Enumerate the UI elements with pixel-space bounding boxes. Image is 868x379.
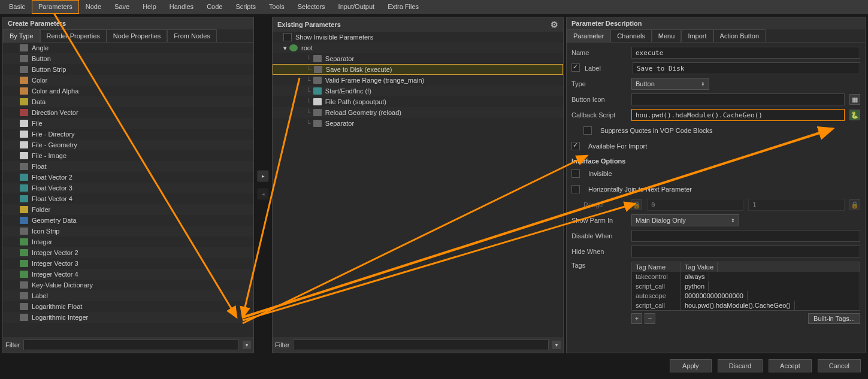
tab-action-button[interactable]: Action Button bbox=[713, 29, 766, 42]
button-icon-label: Button Icon bbox=[571, 96, 627, 103]
menu-extra-files[interactable]: Extra Files bbox=[381, 0, 425, 14]
menu-input-output[interactable]: Input/Output bbox=[332, 0, 382, 14]
type-item[interactable]: Icon Strip bbox=[3, 226, 253, 237]
name-field[interactable] bbox=[631, 47, 860, 59]
tab-by-type[interactable]: By Type bbox=[3, 29, 40, 42]
invisible-checkbox[interactable] bbox=[571, 169, 580, 178]
type-icon bbox=[20, 281, 28, 289]
menu-code[interactable]: Code bbox=[200, 0, 229, 14]
type-item[interactable]: Color bbox=[3, 75, 253, 86]
type-item[interactable]: Key-Value Dictionary bbox=[3, 280, 253, 290]
tab-node-properties[interactable]: Node Properties bbox=[107, 29, 168, 42]
menu-selectors[interactable]: Selectors bbox=[291, 0, 332, 14]
menu-tools[interactable]: Tools bbox=[262, 0, 291, 14]
menu-node[interactable]: Node bbox=[79, 0, 108, 14]
label-field[interactable] bbox=[633, 62, 860, 74]
type-select[interactable]: Button⇕ bbox=[631, 78, 709, 90]
param-item[interactable]: └Separator bbox=[273, 53, 563, 64]
showin-select[interactable]: Main Dialog Only⇕ bbox=[631, 214, 739, 226]
cancel-button[interactable]: Cancel bbox=[818, 359, 861, 372]
icon-picker-button[interactable]: ▦ bbox=[849, 94, 860, 105]
type-list[interactable]: AngleButtonButton StripColorColor and Al… bbox=[3, 43, 253, 337]
suppress-checkbox[interactable] bbox=[583, 126, 592, 135]
menu-save[interactable]: Save bbox=[108, 0, 136, 14]
param-item[interactable]: └Valid Frame Range (trange_main) bbox=[273, 75, 563, 86]
type-item[interactable]: Direction Vector bbox=[3, 107, 253, 118]
filter-input[interactable] bbox=[23, 339, 239, 350]
tag-row[interactable]: script_callhou.pwd().hdaModule().CacheGe… bbox=[632, 301, 860, 310]
checkbox-icon[interactable] bbox=[283, 33, 292, 41]
remove-tag-button[interactable]: − bbox=[645, 313, 655, 324]
hide-label: Hide When bbox=[571, 248, 627, 255]
param-item[interactable]: └Start/End/Inc (f) bbox=[273, 86, 563, 96]
type-item[interactable]: Button bbox=[3, 53, 253, 64]
builtin-tags-button[interactable]: Built-in Tags... bbox=[808, 313, 860, 324]
callback-field[interactable] bbox=[631, 109, 845, 121]
type-item[interactable]: Geometry Data bbox=[3, 215, 253, 226]
apply-button[interactable]: Apply bbox=[670, 359, 712, 372]
type-item[interactable]: Integer Vector 4 bbox=[3, 269, 253, 280]
type-item[interactable]: Float bbox=[3, 161, 253, 172]
filter-input[interactable] bbox=[293, 339, 549, 350]
type-item[interactable]: File - Geometry bbox=[3, 140, 253, 150]
type-item[interactable]: Button Strip bbox=[3, 64, 253, 75]
type-item[interactable]: Float Vector 2 bbox=[3, 172, 253, 183]
label-checkbox[interactable] bbox=[571, 63, 580, 72]
menu-scripts[interactable]: Scripts bbox=[229, 0, 262, 14]
param-item[interactable]: └File Path (sopoutput) bbox=[273, 96, 563, 107]
tag-row[interactable]: takecontrolalways bbox=[632, 272, 860, 281]
hjoin-checkbox[interactable] bbox=[571, 185, 580, 193]
hide-field[interactable] bbox=[631, 245, 860, 257]
tags-table[interactable]: Tag Name Tag Value takecontrolalwaysscri… bbox=[631, 262, 860, 311]
tag-row[interactable]: script_callpython bbox=[632, 281, 860, 291]
button-icon-field[interactable] bbox=[631, 93, 845, 105]
menu-handles[interactable]: Handles bbox=[163, 0, 200, 14]
accept-button[interactable]: Accept bbox=[769, 359, 812, 372]
type-item[interactable]: Color and Alpha bbox=[3, 86, 253, 96]
move-right-button[interactable]: ▸ bbox=[258, 171, 268, 181]
tab-render-properties[interactable]: Render Properties bbox=[40, 29, 107, 42]
type-icon bbox=[20, 228, 28, 235]
menu-help[interactable]: Help bbox=[136, 0, 163, 14]
type-item[interactable]: Integer bbox=[3, 237, 253, 247]
type-item[interactable]: Logarithmic Integer bbox=[3, 312, 253, 323]
show-invisible-toggle[interactable]: Show Invisible Parameters bbox=[273, 32, 563, 43]
param-item[interactable]: └Separator bbox=[273, 118, 563, 129]
tab-menu[interactable]: Menu bbox=[652, 29, 682, 42]
type-item[interactable]: Folder bbox=[3, 204, 253, 215]
tab-from-nodes[interactable]: From Nodes bbox=[167, 29, 217, 42]
type-item[interactable]: Data bbox=[3, 96, 253, 107]
type-item[interactable]: File - Directory bbox=[3, 129, 253, 140]
tag-row[interactable]: autoscope0000000000000000 bbox=[632, 291, 860, 301]
tree-root[interactable]: ▾ root bbox=[273, 43, 563, 53]
filter-dropdown-icon[interactable]: ▾ bbox=[552, 341, 561, 349]
type-item[interactable]: Float Vector 3 bbox=[3, 183, 253, 193]
tab-import[interactable]: Import bbox=[681, 29, 713, 42]
gear-icon[interactable]: ⚙ bbox=[551, 20, 558, 29]
menu-basic[interactable]: Basic bbox=[2, 0, 32, 14]
param-item[interactable]: └Reload Geometry (reload) bbox=[273, 107, 563, 118]
move-left-button[interactable]: ◂ bbox=[258, 189, 268, 199]
type-item[interactable]: Integer Vector 3 bbox=[3, 258, 253, 269]
discard-button[interactable]: Discard bbox=[718, 359, 763, 372]
callback-lang-button[interactable]: 🐍 bbox=[849, 110, 860, 120]
type-item[interactable]: Float Vector 4 bbox=[3, 193, 253, 204]
param-item[interactable]: └Save to Disk (execute) bbox=[273, 64, 563, 75]
type-item[interactable]: Logarithmic Float bbox=[3, 301, 253, 312]
tab-channels[interactable]: Channels bbox=[610, 29, 651, 42]
tab-parameter[interactable]: Parameter bbox=[567, 29, 610, 42]
type-item[interactable]: File - Image bbox=[3, 150, 253, 161]
desc-tabs: ParameterChannelsMenuImportAction Button bbox=[567, 29, 865, 43]
filter-dropdown-icon[interactable]: ▾ bbox=[243, 341, 251, 349]
type-item[interactable]: Integer Vector 2 bbox=[3, 247, 253, 258]
create-tabs: By TypeRender PropertiesNode PropertiesF… bbox=[3, 29, 253, 43]
existing-tree[interactable]: Show Invisible Parameters ▾ root └Separa… bbox=[273, 32, 563, 337]
type-item[interactable]: File bbox=[3, 118, 253, 129]
menu-parameters[interactable]: Parameters bbox=[32, 0, 79, 14]
type-item[interactable]: Angle bbox=[3, 43, 253, 53]
panel-title: Create Parameters bbox=[3, 17, 253, 29]
disable-field[interactable] bbox=[631, 230, 860, 242]
type-item[interactable]: Label bbox=[3, 290, 253, 301]
avail-checkbox[interactable] bbox=[571, 142, 580, 150]
add-tag-button[interactable]: + bbox=[631, 313, 642, 324]
